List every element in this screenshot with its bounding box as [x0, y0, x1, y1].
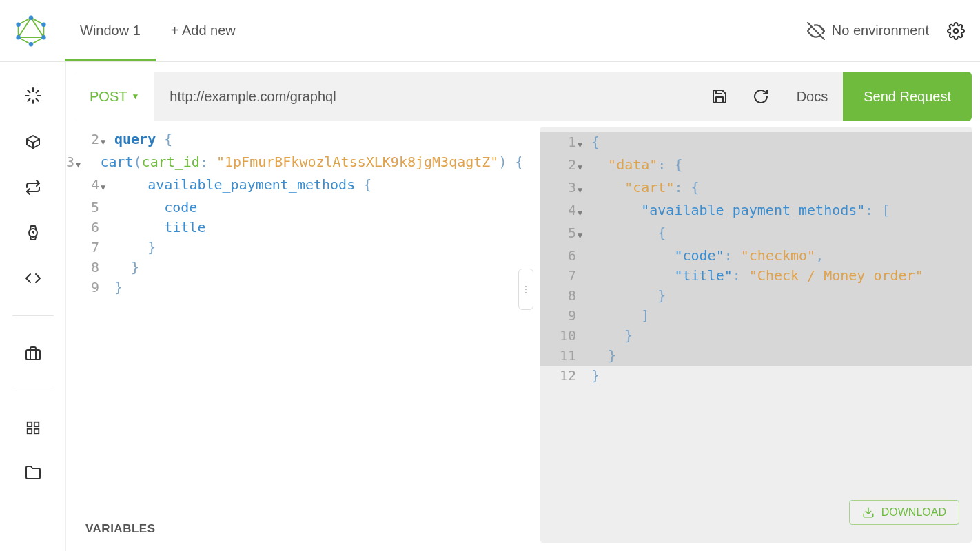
gutter-line-number: 2 [540, 155, 578, 178]
code-content: { [589, 132, 600, 155]
fold-toggle-icon[interactable]: ▼ [101, 129, 112, 152]
environment-label: No environment [832, 23, 929, 39]
fold-toggle-icon[interactable]: ▼ [76, 152, 81, 175]
fold-toggle-icon [101, 278, 112, 298]
url-input[interactable] [154, 72, 698, 121]
code-line: 11 } [540, 346, 972, 366]
svg-line-17 [36, 90, 38, 92]
fold-toggle-icon [578, 286, 589, 306]
gutter-line-number: 5 [66, 198, 101, 218]
tab-window-1[interactable]: Window 1 [65, 0, 156, 61]
gutter-line-number: 6 [66, 218, 101, 238]
code-content: } [112, 258, 139, 278]
main-area: POST ▼ Docs Send Request 2▼query {3▼ car… [0, 62, 980, 551]
svg-marker-1 [19, 17, 44, 37]
request-bar: POST ▼ Docs Send Request [74, 72, 972, 121]
eye-off-icon [807, 22, 825, 40]
loading-icon[interactable] [24, 87, 42, 105]
code-content: "title": "Check / Money order" [589, 266, 923, 286]
fold-toggle-icon[interactable]: ▼ [578, 223, 589, 246]
fold-toggle-icon [578, 346, 589, 366]
gutter-line-number: 9 [66, 278, 101, 298]
code-line: 5 code [66, 198, 521, 218]
gutter-line-number: 6 [540, 246, 578, 266]
gutter-line-number: 3 [540, 178, 578, 200]
tab-add-new[interactable]: + Add new [156, 0, 251, 61]
code-content: } [589, 366, 600, 386]
fold-toggle-icon [578, 306, 589, 326]
code-line: 3▼ cart(cart_id: "1pFmurBFkwozlAtssXLK9k… [66, 152, 521, 175]
variables-label: VARIABLES [85, 522, 155, 535]
reload-schema-button[interactable] [740, 72, 782, 121]
code-line: 9} [66, 278, 521, 298]
download-label: DOWNLOAD [881, 506, 946, 519]
cube-icon[interactable] [25, 134, 41, 150]
svg-line-16 [28, 99, 30, 101]
settings-button[interactable] [947, 22, 965, 40]
workspace: POST ▼ Docs Send Request 2▼query {3▼ car… [66, 62, 980, 551]
gutter-line-number: 7 [66, 238, 101, 258]
code-line: 3▼ "cart": { [540, 178, 972, 200]
code-content: "available_payment_methods": [ [589, 200, 890, 223]
code-content: } [589, 326, 633, 346]
query-editor[interactable]: 2▼query {3▼ cart(cart_id: "1pFmurBFkwozl… [66, 124, 521, 507]
fold-toggle-icon [578, 326, 589, 346]
fold-toggle-icon[interactable]: ▼ [578, 155, 589, 178]
fold-toggle-icon[interactable]: ▼ [101, 175, 112, 198]
code-line: 1▼{ [540, 132, 972, 155]
svg-point-7 [16, 22, 20, 26]
grid-icon[interactable] [25, 420, 41, 435]
refresh-icon[interactable] [25, 179, 41, 196]
code-line: 5▼ { [540, 223, 972, 246]
code-line: 9 ] [540, 306, 972, 326]
sidebar-divider [12, 391, 54, 391]
code-content: title [112, 218, 205, 238]
watch-icon[interactable] [25, 225, 41, 241]
download-button[interactable]: DOWNLOAD [849, 500, 959, 525]
save-button[interactable] [699, 72, 740, 121]
code-content: available_payment_methods { [112, 175, 371, 198]
response-viewer[interactable]: 1▼{2▼ "data": {3▼ "cart": {4▼ "available… [540, 127, 972, 543]
code-content: "cart": { [589, 178, 700, 200]
variables-panel-header[interactable]: VARIABLES [66, 507, 521, 551]
http-method-selector[interactable]: POST ▼ [74, 72, 154, 121]
gutter-line-number: 3 [66, 152, 76, 175]
pane-splitter[interactable]: ⋮ [521, 124, 536, 551]
fold-toggle-icon[interactable]: ▼ [578, 178, 589, 200]
fold-toggle-icon[interactable]: ▼ [578, 132, 589, 155]
gutter-line-number: 4 [66, 175, 101, 198]
gutter-line-number: 5 [540, 223, 578, 246]
docs-button[interactable]: Docs [782, 72, 844, 121]
drag-handle-icon[interactable]: ⋮ [518, 269, 533, 310]
svg-line-12 [28, 90, 30, 92]
code-content: code [112, 198, 197, 218]
environment-selector[interactable]: No environment [807, 22, 929, 40]
top-bar: Window 1 + Add new No environment [0, 0, 980, 62]
fold-toggle-icon [101, 198, 112, 218]
fold-toggle-icon[interactable]: ▼ [578, 200, 589, 223]
code-line: 7 } [66, 238, 521, 258]
svg-line-13 [36, 99, 38, 101]
gutter-line-number: 10 [540, 326, 578, 346]
code-content: } [112, 278, 123, 298]
editor-panes: 2▼query {3▼ cart(cart_id: "1pFmurBFkwozl… [66, 124, 980, 551]
code-icon[interactable] [25, 270, 41, 287]
code-content: ] [589, 306, 649, 326]
tab-label: + Add new [171, 23, 236, 39]
code-line: 2▼ "data": { [540, 155, 972, 178]
folder-icon[interactable] [25, 464, 41, 481]
code-content: query { [112, 129, 172, 152]
send-request-button[interactable]: Send Request [843, 72, 972, 121]
gutter-line-number: 12 [540, 366, 578, 386]
download-icon [862, 506, 875, 519]
gutter-line-number: 8 [66, 258, 101, 278]
fold-toggle-icon [101, 258, 112, 278]
svg-point-2 [29, 15, 33, 19]
gutter-line-number: 11 [540, 346, 578, 366]
sidebar-divider [12, 315, 54, 316]
fold-toggle-icon [578, 266, 589, 286]
code-line: 4▼ available_payment_methods { [66, 175, 521, 198]
chevron-down-icon: ▼ [131, 92, 139, 101]
briefcase-icon[interactable] [25, 345, 41, 362]
svg-rect-20 [27, 422, 31, 426]
